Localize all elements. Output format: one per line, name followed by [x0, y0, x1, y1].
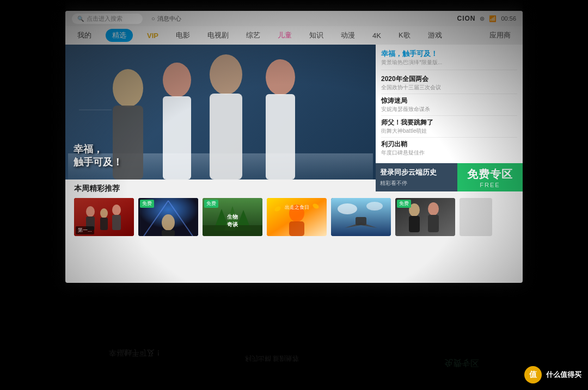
banner-list-item-0[interactable]: 2020年全国两会 全国政协十三届三次会议 — [381, 72, 517, 94]
list-item-title-3: 利刃出鞘 — [381, 140, 517, 149]
watermark-logo: 值 — [524, 366, 542, 383]
brand-logo: CION — [457, 15, 475, 22]
thumbnail-5[interactable]: 免费 — [395, 198, 455, 236]
nav-item-vip[interactable]: VIP — [144, 29, 162, 42]
search-box[interactable]: 🔍 点击进入搜索 — [72, 14, 143, 24]
nav-item-knowledge[interactable]: 知识 — [306, 28, 327, 42]
svg-rect-49 — [460, 198, 492, 236]
svg-point-22 — [162, 214, 175, 231]
svg-point-1 — [113, 69, 143, 107]
banner-big-text: 幸福， 触手可及！ — [74, 143, 122, 169]
thumbnail-0[interactable]: 第一... — [74, 198, 134, 236]
thumbnail-6[interactable] — [460, 198, 492, 236]
svg-rect-8 — [266, 94, 295, 179]
svg-point-40 — [366, 202, 383, 211]
nav-item-mine[interactable]: 我的 — [74, 28, 95, 42]
search-icon: 🔍 — [77, 16, 84, 22]
nav-item-apps[interactable]: 应用商 — [486, 28, 514, 42]
nav-item-anime[interactable]: 动漫 — [338, 28, 358, 42]
free-zone-title: 免费专区 — [467, 167, 513, 182]
nav-item-children[interactable]: 儿童 — [274, 28, 295, 42]
left-dark-area — [0, 0, 65, 283]
svg-point-7 — [266, 59, 295, 95]
svg-text:出走之食日: 出走之食日 — [285, 205, 309, 210]
nav-item-4k[interactable]: 4K — [369, 29, 384, 42]
thumbnail-4[interactable] — [331, 198, 391, 236]
list-item-desc-0: 全国政协十三届三次会议 — [381, 84, 517, 91]
svg-text:奇谈: 奇谈 — [227, 221, 238, 227]
list-item-desc-2: 街舞大神battle萌娃 — [381, 127, 517, 135]
list-item-title-1: 惊涛迷局 — [381, 96, 517, 106]
sync-card[interactable]: 登录同步云端历史 精彩看不停 — [376, 163, 457, 191]
top-bar-left: 🔍 点击进入搜索 ○ 消息中心 — [72, 14, 181, 24]
nav-item-tv[interactable]: 电视剧 — [204, 28, 232, 42]
thumb-badge-1: 免费 — [140, 200, 154, 208]
svg-rect-34 — [289, 221, 304, 236]
banner-headline-sub: 黄景瑜热巴演绎*限量版... — [381, 59, 517, 66]
bluetooth-icon: ⊛ — [480, 15, 485, 22]
tv-screen: 🔍 点击进入搜索 ○ 消息中心 CION ⊛ 📶 00:56 我的 精选 VIP… — [65, 11, 523, 283]
banner-list-item-1[interactable]: 惊涛迷局 安妮海瑟薇致命谋杀 — [381, 94, 517, 116]
svg-text:生物: 生物 — [226, 214, 238, 220]
thumbnail-1[interactable]: 免费 — [138, 198, 198, 236]
sync-card-title: 登录同步云端历史 — [380, 168, 453, 177]
right-dark-area — [523, 0, 588, 283]
svg-rect-42 — [356, 217, 366, 225]
time-display: 00:56 — [501, 15, 516, 22]
svg-rect-17 — [112, 215, 121, 230]
svg-point-16 — [112, 205, 121, 215]
watermark: 值 什么值得买 — [524, 366, 581, 383]
reflection-text-2: 利刃出鞘 新剧推荐 — [245, 354, 299, 363]
banner-list-item-2[interactable]: 师父！我要跳舞了 街舞大神battle萌娃 — [381, 116, 517, 138]
hero-banner[interactable]: 幸福， 触手可及！ — [65, 45, 376, 179]
thumb-ep-0: 第一... — [76, 226, 94, 234]
sync-card-subtitle: 精彩看不停 — [380, 179, 453, 187]
nav-item-games[interactable]: 游戏 — [425, 28, 445, 42]
main-hero-section: 幸福， 触手可及！ 幸福，触手可及！ 黄景瑜热巴演绎*限量版... 2020年全… — [65, 45, 523, 179]
svg-point-46 — [428, 202, 439, 215]
reflection-text-3: 免费专区 — [444, 357, 479, 368]
svg-rect-47 — [428, 215, 439, 232]
list-item-desc-3: 年度口碑悬疑佳作 — [381, 149, 517, 157]
banner-list-item-3[interactable]: 利刃出鞘 年度口碑悬疑佳作 — [381, 138, 517, 159]
reflection-text-1: 幸福触手可及！ — [109, 348, 162, 357]
svg-rect-4 — [163, 96, 191, 179]
message-center[interactable]: ○ 消息中心 — [151, 15, 181, 23]
free-zone-card[interactable]: 免费专区 FREE — [457, 163, 523, 191]
svg-rect-23 — [162, 230, 175, 236]
thumb-badge-2: 免费 — [204, 200, 218, 208]
list-item-title-2: 师父！我要跳舞了 — [381, 118, 517, 127]
watermark-text: 什么值得买 — [546, 370, 581, 380]
svg-rect-15 — [100, 218, 108, 230]
list-item-desc-1: 安妮海瑟薇致命谋杀 — [381, 106, 517, 113]
banner-headline-item[interactable]: 幸福，触手可及！ 黄景瑜热巴演绎*限量版... — [381, 49, 517, 70]
reflection-area — [65, 283, 523, 326]
nav-item-movies[interactable]: 电影 — [173, 28, 193, 42]
nav-item-karaoke[interactable]: K歌 — [395, 28, 414, 42]
svg-rect-45 — [409, 216, 420, 232]
top-bar-right: CION ⊛ 📶 00:56 — [457, 15, 516, 22]
nav-item-variety[interactable]: 综艺 — [243, 28, 264, 42]
message-icon: ○ — [151, 15, 155, 22]
svg-point-39 — [338, 203, 357, 214]
free-zone-subtitle: FREE — [480, 182, 500, 188]
thumbnail-3[interactable]: 出走之食日 — [267, 198, 327, 236]
svg-rect-6 — [210, 94, 242, 179]
wifi-icon: 📶 — [489, 15, 497, 22]
list-item-title-0: 2020年全国两会 — [381, 75, 517, 84]
thumb-badge-5: 免费 — [397, 200, 411, 208]
nav-item-featured[interactable]: 精选 — [106, 29, 133, 42]
nav-bar: 我的 精选 VIP 电影 电视剧 综艺 儿童 知识 动漫 4K K歌 — [65, 26, 523, 45]
svg-point-14 — [100, 208, 108, 218]
thumbnail-2[interactable]: 生物 奇谈 免费 — [203, 198, 262, 236]
svg-point-3 — [163, 63, 191, 97]
right-panel: 幸福，触手可及！ 黄景瑜热巴演绎*限量版... 2020年全国两会 全国政协十三… — [376, 45, 523, 179]
search-placeholder: 点击进入搜索 — [87, 15, 122, 23]
banner-headline: 幸福，触手可及！ — [381, 49, 517, 59]
svg-point-5 — [210, 54, 242, 95]
svg-point-12 — [86, 206, 95, 217]
thumbnails-row: 第一... 免费 — [74, 198, 514, 236]
top-bar: 🔍 点击进入搜索 ○ 消息中心 CION ⊛ 📶 00:56 — [65, 11, 523, 26]
